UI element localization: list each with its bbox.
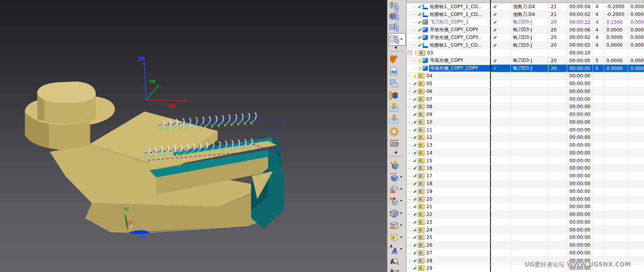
machined-part-model [25,82,284,233]
time-cell: 00:00:00 [567,165,593,172]
machine-tool-view[interactable] [389,21,405,32]
find-annotation[interactable]: A [389,256,405,267]
separator-1[interactable] [389,51,403,52]
operation-row[interactable]: ✔轮廓铣1._COPY_1_CO...✔铣刀D3-J2000:00:0240.0… [407,42,644,49]
time-cell-text: 00:00:00 [569,158,590,163]
cube-marks[interactable]: × [389,172,405,183]
create-program[interactable] [389,78,405,89]
toolpath-cell [491,180,511,188]
program-group-row-09[interactable]: ✔≣0900:00:00 [407,111,644,119]
geometry-view[interactable] [389,11,405,21]
prism-draft[interactable] [389,184,405,195]
program-group-row-14[interactable]: ✔≣1400:00:00 [407,149,644,157]
program-group-row-17[interactable]: ✔≣1700:00:00 [407,172,644,180]
create-operation[interactable]: NC [389,66,405,77]
toolpath-ok-icon: ✔ [493,58,497,63]
machining-method-view-dropdown-arrow[interactable] [400,39,403,40]
shell-box-dropdown-arrow[interactable] [400,237,402,238]
stock-cell [604,95,628,103]
passes-cell: 5 [593,65,604,72]
group-name-label: 12 [426,135,433,140]
machining-method-view[interactable] [389,33,406,46]
program-group-row-18[interactable]: ✔≣1800:00:00 [407,180,644,188]
blank-hatch[interactable] [389,138,405,149]
program-group-row-20[interactable]: ✔≣2000:00:00 [407,195,644,203]
time-cell-text: 00:00:00 [569,142,590,148]
status-check-icon: ✔ [412,212,418,217]
cube-hatch-circle[interactable] [389,208,405,219]
operation-row[interactable]: !等高光侧_COPY✔铣刀D3-J2000:00:0550.00000.0000 [407,57,644,65]
program-group-row-26[interactable]: ✔≣2600:00:00 [407,242,644,249]
punch-lower[interactable] [389,114,405,125]
stock-cell [604,226,628,233]
operation-row[interactable]: ✔开放光侧_COPY_COPY...✔铣刀D3-J2000:00:0240.00… [407,34,644,42]
program-group-row-16[interactable]: ✔≣1600:00:00 [407,165,644,172]
tool-cell-text: 铣刀D3-J [513,57,532,64]
operation-row[interactable]: ✔轮廓铣1._COPY_1_CO...✔倒角刀.D42100:00:024-0.… [407,11,644,19]
cube-hatch-circle-dropdown-arrow[interactable] [400,212,402,214]
program-group-row-11[interactable]: ✔≣1100:00:00 [407,126,644,134]
font-annotation-dropdown-arrow[interactable] [400,248,402,250]
program-group-row-13[interactable]: ✔≣1300:00:00 [407,142,644,149]
tree-dots [408,130,412,130]
font-annotation[interactable]: AA [389,244,405,254]
name-cell: ✔≣18 [407,180,491,188]
program-group-row-19[interactable]: ✔≣1900:00:00 [407,188,644,195]
group-name-label: 20 [426,197,433,202]
tree-dots [408,214,412,215]
program-group-row-05[interactable]: ✔≣0500:00:00 [407,80,644,88]
program-group-row-08[interactable]: ✔≣0800:00:00 [407,103,644,111]
cube-marks-dropdown-arrow[interactable] [400,176,402,178]
program-group-row-15[interactable]: ✔≣1500:00:00 [407,157,644,165]
program-group-row-12[interactable]: ✔≣1200:00:00 [407,134,644,142]
program-group-row-06[interactable]: ✔≣0600:00:00 [407,88,644,95]
toolpath-cell [491,49,511,57]
bowtie-cube-dropdown-arrow[interactable] [400,200,402,202]
toolpath-cell [491,234,511,241]
passes-cell-text: 5 [595,58,599,63]
program-group-row-22[interactable]: ✔≣2200:00:00 [407,211,644,219]
nc-program-folder-icon: ≣ [418,219,424,225]
tool-cell [511,142,548,149]
tree-dots [408,183,412,184]
program-group-row-25[interactable]: ✔≣2500:00:00 [407,234,644,242]
prism-draft-dropdown-arrow[interactable] [400,188,402,190]
punch-upper[interactable] [389,102,405,113]
stock-cell [604,218,628,226]
program-group-row-03[interactable]: −!≣0300:00:10 [407,49,644,57]
collapse-arrow-top[interactable] [394,46,397,49]
passes-cell-text: 5 [595,66,599,71]
operation-row[interactable]: ✔轮廓铣1._COPY_1_CO...✔倒角刀.D42100:00:044-0.… [407,3,644,11]
program-group-row-24[interactable]: ✔≣2400:00:00 [407,226,644,234]
program-group-row-21[interactable]: ✔≣2100:00:00 [407,203,644,211]
annotation-arrow[interactable]: A [389,267,405,272]
shell-box[interactable] [389,232,405,243]
separator-2[interactable] [389,156,403,157]
verify-flash[interactable]: × [389,160,405,171]
program-group-row-04[interactable]: !≣0400:00:00 [407,72,644,80]
tree-dots [408,75,412,76]
operation-row[interactable]: ✔飞刀光刀_COPY_1✔铣刀D3-J2000:00:2240.15000.00… [407,19,644,26]
stock-cell [604,149,628,157]
tree-dots [408,206,412,207]
tool-number-cell [548,172,567,180]
program-group-row-27[interactable]: ✔≣2700:00:00 [407,249,644,257]
bowtie-cube[interactable] [389,195,405,206]
toolpath-ok-icon: ✔ [493,19,497,25]
program-group-row-23[interactable]: ✔≣2300:00:00 [407,218,644,226]
program-group-row-07[interactable]: ✔≣0700:00:00 [407,95,644,103]
eraser-edit-dropdown-arrow[interactable] [400,225,402,226]
3d-viewport[interactable]: ZMYMXM YCXCZC [0,0,387,272]
create-tool[interactable] [389,54,405,65]
measure-layers[interactable] [389,90,405,101]
eraser-edit[interactable] [389,220,405,231]
operation-row[interactable]: !等高光侧_COPY_COPY✔铣刀D3-J2000:00:0550.00000… [407,65,644,72]
operation-row[interactable]: ✔开放光侧_COPY_COPY✔铣刀D3-J2000:00:0640.00000… [407,26,644,34]
extra-cell-text: 0.0000 [630,35,644,40]
collapse-arrow-mid[interactable] [394,151,397,154]
name-cell: ✔开放光侧_COPY_COPY [407,26,491,33]
program-group-row-10[interactable]: ✔≣1000:00:00 [407,118,644,126]
expand-toggle[interactable]: − [408,51,412,55]
gear[interactable] [389,126,405,137]
tool-cell [511,111,548,118]
